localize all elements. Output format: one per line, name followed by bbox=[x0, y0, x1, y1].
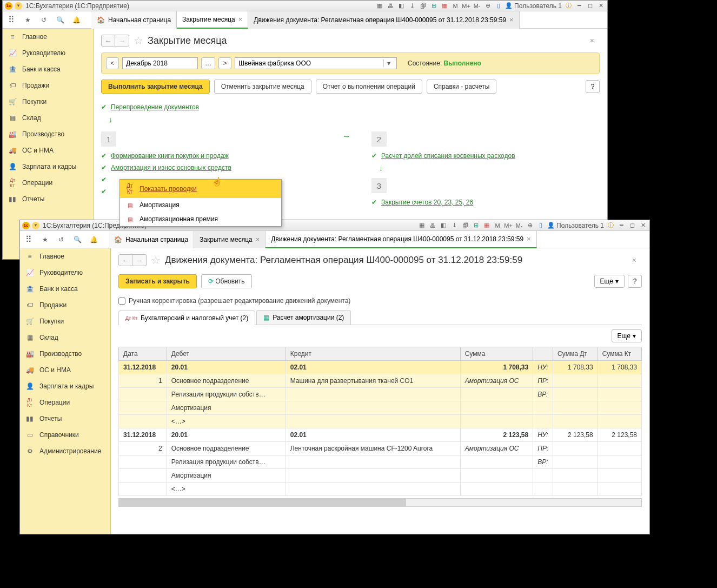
print-icon[interactable]: 🖶 bbox=[386, 2, 395, 10]
close-page-icon[interactable]: × bbox=[590, 36, 594, 45]
sidebar-item-hr[interactable]: 👤Зарплата и кадры bbox=[3, 158, 93, 175]
table-row[interactable]: 1 Основное подразделение Машина для разв… bbox=[119, 374, 642, 388]
save-icon[interactable]: ⤓ bbox=[450, 221, 459, 230]
m-icon[interactable]: M bbox=[493, 221, 502, 230]
th-sumkt[interactable]: Сумма Кт bbox=[598, 347, 641, 361]
period-picker-button[interactable]: … bbox=[201, 57, 215, 69]
table-row[interactable]: Релизация продукции собств… ВР: bbox=[119, 388, 642, 401]
info-icon[interactable]: ⓘ bbox=[564, 2, 573, 10]
horizontal-scrollbar[interactable] bbox=[118, 498, 642, 507]
references-button[interactable]: Справки - расчеты bbox=[427, 80, 496, 94]
favorite-icon[interactable]: ☆ bbox=[134, 34, 143, 47]
info-icon[interactable]: ⓘ bbox=[606, 221, 615, 230]
tab-accounting[interactable]: Дт КтБухгалтерский и налоговый учет (2) bbox=[118, 310, 255, 325]
sidebar-item-manager[interactable]: 📈Руководителю bbox=[20, 265, 110, 281]
sidebar-item-sales[interactable]: 🏷Продажи bbox=[20, 297, 110, 313]
sidebar-item-main[interactable]: ≡Главное bbox=[20, 248, 110, 265]
op-book-link[interactable]: Формирование книги покупок и продаж bbox=[111, 152, 229, 160]
sidebar-item-bank[interactable]: 🏦Банк и касса bbox=[3, 61, 93, 77]
tab-home[interactable]: 🏠 Начальная страница bbox=[109, 231, 194, 248]
table-row[interactable]: 31.12.2018 20.01 02.01 2 123,58 НУ: 2 12… bbox=[119, 428, 642, 442]
sidebar-item-production[interactable]: 🏭Производство bbox=[20, 346, 110, 362]
close-window-icon[interactable]: ✕ bbox=[639, 221, 647, 230]
tab-close-month[interactable]: Закрытие месяца× bbox=[177, 11, 248, 29]
print2-icon[interactable]: 🗐 bbox=[461, 221, 469, 230]
sidebar-item-warehouse[interactable]: ▦Склад bbox=[3, 110, 93, 126]
back-button[interactable]: ← bbox=[118, 254, 132, 266]
help-button[interactable]: ? bbox=[628, 275, 642, 288]
search-icon[interactable]: 🔍 bbox=[73, 235, 82, 244]
cancel-close-button[interactable]: Отменить закрытие месяца bbox=[214, 80, 311, 94]
calc-icon[interactable]: ⊞ bbox=[472, 221, 480, 230]
forward-button[interactable]: → bbox=[132, 254, 147, 266]
th-debit[interactable]: Дебет bbox=[167, 347, 286, 361]
ctx-amort[interactable]: ▤Амортизация bbox=[120, 198, 281, 212]
print-icon[interactable]: 🖶 bbox=[428, 221, 437, 230]
refresh-button[interactable]: ⟳ Обновить bbox=[201, 274, 252, 288]
dropdown-icon[interactable]: ▼ bbox=[32, 222, 39, 229]
m-icon[interactable]: M bbox=[451, 2, 460, 10]
sidebar-item-manager[interactable]: 📈Руководителю bbox=[3, 45, 93, 61]
sidebar-item-operations[interactable]: ДтКтОперации bbox=[3, 175, 93, 191]
next-period-button[interactable]: > bbox=[218, 57, 231, 69]
favorite-icon[interactable]: ☆ bbox=[151, 254, 161, 267]
run-close-button[interactable]: Выполнить закрытие месяца bbox=[101, 80, 210, 94]
tool2-icon[interactable]: ◧ bbox=[397, 2, 406, 10]
table-row[interactable]: Амортизация bbox=[119, 469, 642, 483]
mplus-icon[interactable]: M+ bbox=[462, 2, 470, 10]
op-repost-link[interactable]: Перепроведение документов bbox=[111, 103, 199, 111]
org-select[interactable]: Швейная фабрика ООО▾ bbox=[235, 57, 397, 69]
sidebar-item-assets[interactable]: 🚚ОС и НМА bbox=[20, 362, 110, 378]
sidebar-item-sales[interactable]: 🏷Продажи bbox=[3, 77, 93, 94]
sidebar-item-bank[interactable]: 🏦Банк и касса bbox=[20, 281, 110, 297]
op-indirect-link[interactable]: Расчет долей списания косвенных расходов bbox=[381, 152, 515, 160]
op-close-accounts-link[interactable]: Закрытие счетов 20, 23, 25, 26 bbox=[381, 199, 473, 206]
close-window-icon[interactable]: ✕ bbox=[596, 2, 605, 10]
maximize-icon[interactable]: ◻ bbox=[628, 221, 636, 230]
sidebar-item-catalogs[interactable]: ▭Справочники bbox=[20, 427, 110, 443]
manual-edit-checkbox[interactable] bbox=[118, 298, 125, 305]
history-icon[interactable]: ↺ bbox=[39, 16, 48, 24]
table-row[interactable]: Релизация продукции собств… ВР: bbox=[119, 455, 642, 469]
th-sum[interactable]: Сумма bbox=[460, 347, 533, 361]
tab-doc-movements[interactable]: Движения документа: Регламентная операци… bbox=[248, 11, 519, 29]
sidebar-item-reports[interactable]: ▮▮Отчеты bbox=[20, 411, 110, 427]
calendar-icon[interactable]: ▦ bbox=[440, 2, 449, 10]
sidebar-item-main[interactable]: ≡Главное bbox=[3, 29, 93, 45]
sidebar-item-purchases[interactable]: 🛒Покупки bbox=[3, 94, 93, 110]
close-icon[interactable]: × bbox=[256, 235, 260, 243]
more-table-button[interactable]: Еще ▾ bbox=[612, 329, 642, 342]
tab-home[interactable]: 🏠 Начальная страница bbox=[91, 11, 177, 29]
zoom-icon[interactable]: ⊕ bbox=[526, 221, 534, 230]
tab-close-month[interactable]: Закрытие месяца× bbox=[194, 231, 265, 248]
tool-icon[interactable]: ▦ bbox=[417, 221, 426, 230]
bell-icon[interactable]: 🔔 bbox=[72, 16, 81, 24]
sidebar-item-warehouse[interactable]: ▦Склад bbox=[20, 329, 110, 346]
sidebar-item-purchases[interactable]: 🛒Покупки bbox=[20, 313, 110, 329]
dropdown-icon[interactable]: ▼ bbox=[15, 2, 22, 10]
save-icon[interactable]: ⤓ bbox=[408, 2, 416, 10]
panes-icon[interactable]: ▯ bbox=[536, 221, 545, 230]
tab-amort-calc[interactable]: ▦Расчет амортизации (2) bbox=[256, 310, 351, 325]
search-icon[interactable]: 🔍 bbox=[56, 16, 64, 24]
close-icon[interactable]: × bbox=[238, 15, 243, 23]
prev-period-button[interactable]: < bbox=[106, 57, 119, 69]
more-button[interactable]: Еще ▾ bbox=[594, 275, 625, 288]
star-icon[interactable]: ★ bbox=[41, 235, 49, 244]
sidebar-item-admin[interactable]: ⚙Администрирование bbox=[20, 443, 110, 459]
scroll-thumb[interactable] bbox=[119, 499, 406, 506]
sidebar-item-production[interactable]: 🏭Производство bbox=[3, 126, 93, 142]
close-icon[interactable]: × bbox=[509, 16, 514, 24]
save-close-button[interactable]: Записать и закрыть bbox=[118, 274, 197, 288]
minimize-icon[interactable]: ━ bbox=[575, 2, 583, 10]
chevron-down-icon[interactable]: ▾ bbox=[383, 60, 393, 67]
table-row[interactable]: <…> bbox=[119, 483, 642, 496]
help-button[interactable]: ? bbox=[586, 80, 600, 93]
sidebar-item-reports[interactable]: ▮▮Отчеты bbox=[3, 191, 93, 207]
sidebar-item-operations[interactable]: ДтКтОперации bbox=[20, 394, 110, 411]
table-row[interactable]: 31.12.2018 20.01 02.01 1 708,33 НУ: 1 70… bbox=[119, 361, 642, 374]
history-icon[interactable]: ↺ bbox=[57, 235, 65, 244]
mminus-icon[interactable]: M- bbox=[473, 2, 481, 10]
minimize-icon[interactable]: ━ bbox=[617, 221, 626, 230]
panes-icon[interactable]: ▯ bbox=[494, 2, 503, 10]
